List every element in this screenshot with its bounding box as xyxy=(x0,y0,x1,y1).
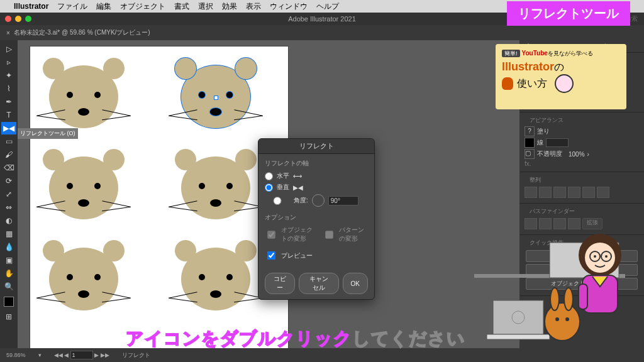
vertical-radio[interactable] xyxy=(265,184,273,192)
app-name[interactable]: Illustrator xyxy=(14,2,48,11)
sticky-usage: 使い方 xyxy=(517,77,547,90)
artwork-mouse-3[interactable] xyxy=(49,156,118,219)
axis-v-icon: ▶◀ xyxy=(293,184,303,191)
subtitle-pink: アイコンをダブルクリック xyxy=(126,329,352,348)
opacity-value[interactable]: 100% xyxy=(569,151,585,158)
dialog-angle-label: 角度: xyxy=(294,196,308,205)
menu-type[interactable]: 書式 xyxy=(174,1,189,12)
selection-tool-icon[interactable]: ▷ xyxy=(1,43,16,55)
sticky-note-overlay: 簡単! YouTubeを見ながら学べる Illustratorの 使い方 xyxy=(496,44,626,109)
artboard-tool-icon[interactable]: ▣ xyxy=(1,254,16,266)
magic-wand-tool-icon[interactable]: ✦ xyxy=(1,69,16,82)
rectangle-tool-icon[interactable]: ▭ xyxy=(1,135,16,148)
horizontal-radio[interactable] xyxy=(265,172,273,180)
stroke-label: 線 xyxy=(537,138,543,147)
menu-help[interactable]: ヘルプ xyxy=(316,1,339,12)
svg-rect-4 xyxy=(487,334,550,339)
width-tool-icon[interactable]: ⇔ xyxy=(1,201,16,214)
stroke-swatch[interactable] xyxy=(525,138,535,148)
dialog-title: リフレクト xyxy=(258,139,374,154)
transform-objects-label: オブジェクトの変形 xyxy=(281,226,319,243)
preview-checkbox[interactable] xyxy=(267,251,275,260)
fill-label: 塗り xyxy=(537,127,550,136)
document-tab[interactable]: 名称未設定-3.ai* @ 59.86 % (CMYK/プレビュー) xyxy=(14,28,150,37)
document-tabbar: × 名称未設定-3.ai* @ 59.86 % (CMYK/プレビュー) xyxy=(0,25,644,40)
svg-point-15 xyxy=(594,255,596,258)
maximize-icon[interactable] xyxy=(25,16,31,22)
screen-mode-icon[interactable]: ⊞ xyxy=(1,310,16,323)
angle-dial-icon[interactable] xyxy=(312,194,325,207)
svg-rect-3 xyxy=(493,300,543,334)
vertical-label: 垂直 xyxy=(277,183,289,192)
axis-label: リフレクトの軸 xyxy=(265,159,368,168)
type-tool-icon[interactable]: T xyxy=(1,109,16,121)
close-tab-icon[interactable]: × xyxy=(6,30,10,36)
fill-swatch[interactable]: ? xyxy=(525,126,535,136)
ok-button[interactable]: OK xyxy=(343,273,368,294)
opacity-swatch[interactable]: ▢ xyxy=(525,149,535,159)
cancel-button[interactable]: キャンセル xyxy=(299,273,338,294)
sticky-illustrator: Illustrator xyxy=(502,60,554,73)
menu-effect[interactable]: 効果 xyxy=(222,1,237,12)
reflect-tool-icon[interactable]: ▶◀ xyxy=(1,122,16,134)
paintbrush-tool-icon[interactable]: 🖌 xyxy=(1,148,16,161)
video-title-overlay: リフレクトツール xyxy=(507,1,630,26)
subtitle-gray: してください xyxy=(352,329,465,348)
angle-radio[interactable] xyxy=(265,197,290,205)
copy-button[interactable]: コピー xyxy=(265,273,295,294)
artwork-mouse-2-selected[interactable] xyxy=(181,65,250,128)
artwork-mouse-4[interactable] xyxy=(181,156,250,219)
character-illustration xyxy=(474,180,625,356)
appearance-title: アピアランス xyxy=(525,114,639,126)
artwork-mouse-1[interactable] xyxy=(49,65,118,128)
svg-point-16 xyxy=(605,255,608,258)
subtitle-overlay: アイコンをダブルクリックしてください xyxy=(126,327,465,351)
zoom-level[interactable]: 59.86% xyxy=(6,352,26,358)
svg-point-7 xyxy=(550,288,559,310)
artwork-mouse-6[interactable] xyxy=(181,248,250,310)
menu-object[interactable]: オブジェクト xyxy=(120,1,165,12)
gradient-tool-icon[interactable]: ▦ xyxy=(1,228,16,240)
angle-value-input[interactable] xyxy=(328,196,358,206)
fill-stroke-icon[interactable] xyxy=(1,293,16,310)
stroke-weight-input[interactable] xyxy=(546,138,569,147)
zoom-tool-icon[interactable]: 🔍 xyxy=(1,280,16,293)
current-tool-label: リフレクト xyxy=(122,351,150,359)
close-icon[interactable] xyxy=(5,16,11,22)
menu-edit[interactable]: 編集 xyxy=(96,1,111,12)
artboard-number[interactable] xyxy=(70,351,93,359)
svg-point-8 xyxy=(564,288,573,310)
appearance-section: アピアランス ?塗り 線 ▢ 不透明度 100% › fx. xyxy=(519,112,644,172)
axis-h-icon: ⟷ xyxy=(293,173,302,180)
preview-label: プレビュー xyxy=(281,251,313,260)
selection-anchor[interactable] xyxy=(214,96,218,100)
eyedropper-tool-icon[interactable]: 💧 xyxy=(1,241,16,253)
artboard[interactable] xyxy=(30,47,288,348)
lasso-tool-icon[interactable]: ⌇ xyxy=(1,82,16,95)
artboard-nav-prev-icon[interactable]: ◀◀ ◀ xyxy=(54,352,69,358)
direct-selection-tool-icon[interactable]: ▹ xyxy=(1,56,16,69)
app-title: Adobe Illustrator 2021 xyxy=(288,15,356,23)
chevron-right-icon[interactable]: › xyxy=(587,151,589,158)
hand-tool-icon[interactable]: ✋ xyxy=(1,267,16,280)
svg-point-9 xyxy=(555,317,559,321)
menu-view[interactable]: 表示 xyxy=(246,1,261,12)
shape-builder-tool-icon[interactable]: ◐ xyxy=(1,214,16,227)
pen-tool-icon[interactable]: ✒ xyxy=(1,96,16,108)
eraser-tool-icon[interactable]: ⌫ xyxy=(1,162,16,174)
menu-select[interactable]: 選択 xyxy=(198,1,213,12)
horizontal-label: 水平 xyxy=(277,172,289,180)
artwork-mouse-5[interactable] xyxy=(49,248,118,310)
rotate-tool-icon[interactable]: ⟳ xyxy=(1,175,16,187)
options-label: オプション xyxy=(265,213,368,222)
minimize-icon[interactable] xyxy=(15,16,21,22)
menu-file[interactable]: ファイル xyxy=(57,1,87,12)
scale-tool-icon[interactable]: ⤢ xyxy=(1,188,16,200)
tool-panel: ▷ ▹ ✦ ⌇ ✒ T ▶◀ ▭ 🖌 ⌫ ⟳ ⤢ ⇔ ◐ ▦ 💧 ▣ ✋ 🔍 ⊞… xyxy=(0,40,18,348)
svg-point-10 xyxy=(565,317,569,321)
menu-window[interactable]: ウィンドウ xyxy=(270,1,308,12)
artboard-nav-next-icon[interactable]: ▶ ▶▶ xyxy=(94,352,109,358)
sticky-avatar-icon xyxy=(555,74,574,93)
chevron-down-icon[interactable]: ▾ xyxy=(38,352,42,358)
traffic-lights xyxy=(5,16,31,22)
